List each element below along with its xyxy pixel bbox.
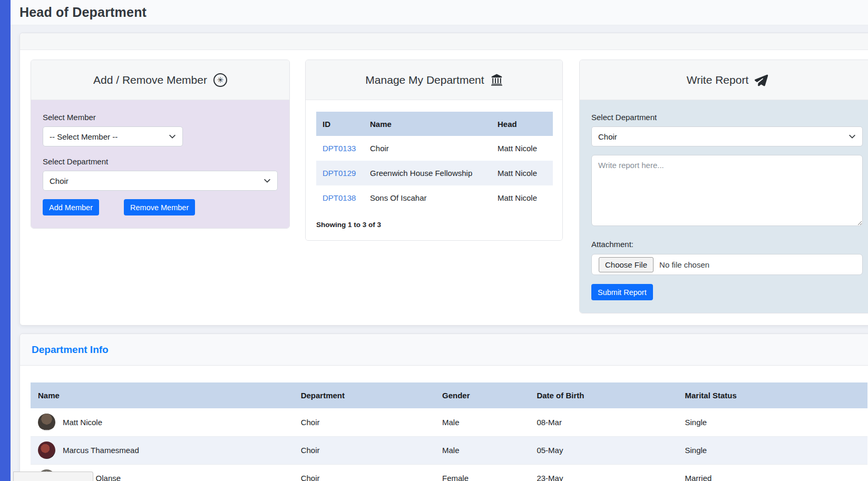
write-report-body: Select Department Choir Attachment: Choo… [580, 100, 868, 313]
department-head-cell: Matt Nicole [491, 136, 553, 161]
department-id-link[interactable]: DPT0129 [323, 169, 356, 178]
report-department-dropdown[interactable]: Choir [591, 126, 863, 146]
table-row: DPT0129 Greenwich House Fellowship Matt … [316, 161, 553, 185]
table-row: Patience Olanse Choir Female 23-May Marr… [31, 464, 867, 481]
paper-plane-icon [754, 73, 768, 87]
remove-member-button[interactable]: Remove Member [124, 199, 195, 215]
table-row: DPT0138 Sons Of Iscahar Matt Nicole [316, 185, 553, 210]
department-info-title: Department Info [32, 344, 109, 356]
member-department: Choir [294, 408, 435, 436]
department-head-cell: Matt Nicole [491, 185, 553, 210]
submit-report-button[interactable]: Submit Report [591, 284, 653, 300]
manage-department-header: Manage My Department [306, 60, 562, 100]
select-member-value: -- Select Member -- [50, 132, 118, 141]
landmark-icon [491, 74, 503, 86]
page-header: Head of Department [11, 0, 868, 25]
table-row: Matt Nicole Choir Male 08-Mar Single [31, 408, 867, 436]
col-header-department: Department [294, 382, 435, 408]
select-member-label: Select Member [43, 113, 278, 122]
member-name: Matt Nicole [63, 418, 102, 427]
attachment-file-input[interactable]: Choose File No file chosen [591, 254, 863, 275]
panel-header-strip [20, 33, 868, 50]
department-head-cell: Matt Nicole [491, 161, 553, 185]
file-chosen-status: No file chosen [659, 260, 709, 269]
select-department-label: Select Department [43, 157, 278, 166]
write-report-header: Write Report [580, 60, 868, 100]
member-department: Choir [294, 436, 435, 464]
hod-actions-panel: Add / Remove Member ✳ Select Member -- S… [19, 33, 868, 326]
manage-department-body: ID Name Head DPT0133 Choir Matt Nicole D… [306, 100, 562, 240]
report-department-label: Select Department [591, 113, 863, 122]
department-info-body: Name Department Gender Date of Birth Mar… [20, 366, 868, 481]
avatar [38, 441, 55, 459]
write-report-card: Write Report Select Department Choir Att… [579, 60, 868, 313]
add-remove-member-card: Add / Remove Member ✳ Select Member -- S… [31, 60, 290, 229]
main-content: Add / Remove Member ✳ Select Member -- S… [11, 25, 868, 481]
col-header-name: Name [31, 382, 294, 408]
member-marital-status: Single [677, 436, 867, 464]
chevron-down-icon [264, 177, 271, 184]
department-info-panel: Department Info Name Department Gender D… [19, 333, 868, 481]
department-name-cell: Sons Of Iscahar [364, 185, 491, 210]
select-department-value: Choir [50, 176, 69, 185]
table-pagination-summary: Showing 1 to 3 of 3 [316, 221, 552, 229]
browser-status-tooltip [13, 472, 93, 481]
add-remove-member-header: Add / Remove Member ✳ [31, 60, 289, 100]
member-marital-status: Single [677, 408, 867, 436]
attachment-label: Attachment: [591, 240, 863, 249]
department-name-cell: Choir [364, 136, 491, 161]
member-gender: Male [435, 436, 529, 464]
member-name: Marcus Thamesmead [63, 446, 139, 455]
write-report-title: Write Report [687, 74, 748, 86]
add-remove-member-title: Add / Remove Member [93, 74, 207, 86]
col-header-head: Head [491, 112, 553, 136]
col-header-gender: Gender [435, 382, 529, 408]
member-dob: 23-May [529, 464, 677, 481]
members-table: Name Department Gender Date of Birth Mar… [31, 382, 867, 481]
col-header-id: ID [316, 112, 364, 136]
add-member-button[interactable]: Add Member [43, 199, 99, 215]
manage-department-card: Manage My Department ID [305, 60, 563, 241]
chevron-down-icon [169, 133, 176, 140]
page-title: Head of Department [19, 5, 147, 20]
report-textarea[interactable] [591, 155, 863, 226]
add-remove-member-body: Select Member -- Select Member -- Select… [31, 100, 289, 228]
report-department-value: Choir [598, 132, 617, 141]
member-dob: 08-Mar [529, 408, 677, 436]
select-member-dropdown[interactable]: -- Select Member -- [43, 126, 183, 146]
department-info-header: Department Info [20, 334, 868, 366]
table-row: DPT0133 Choir Matt Nicole [316, 136, 553, 161]
member-department: Choir [294, 464, 435, 481]
department-id-link[interactable]: DPT0138 [323, 193, 356, 202]
select-department-dropdown[interactable]: Choir [43, 171, 278, 191]
col-header-name: Name [364, 112, 491, 136]
member-marital-status: Married [677, 464, 867, 481]
member-dob: 05-May [529, 436, 677, 464]
departments-table: ID Name Head DPT0133 Choir Matt Nicole D… [316, 112, 553, 210]
left-sidebar-sliver [0, 0, 11, 481]
col-header-marital: Marital Status [677, 382, 867, 408]
member-gender: Female [435, 464, 529, 481]
manage-department-title: Manage My Department [365, 74, 484, 86]
choose-file-button[interactable]: Choose File [599, 257, 654, 272]
table-row: Marcus Thamesmead Choir Male 05-May Sing… [31, 436, 867, 464]
department-id-link[interactable]: DPT0133 [323, 144, 356, 153]
col-header-dob: Date of Birth [529, 382, 677, 408]
galactic-emblem-icon: ✳ [213, 73, 227, 87]
chevron-down-icon [849, 133, 856, 140]
table-header-row: Name Department Gender Date of Birth Mar… [31, 382, 867, 408]
table-header-row: ID Name Head [316, 112, 553, 136]
member-gender: Male [435, 408, 529, 436]
department-name-cell: Greenwich House Fellowship [364, 161, 491, 185]
avatar [38, 414, 55, 431]
